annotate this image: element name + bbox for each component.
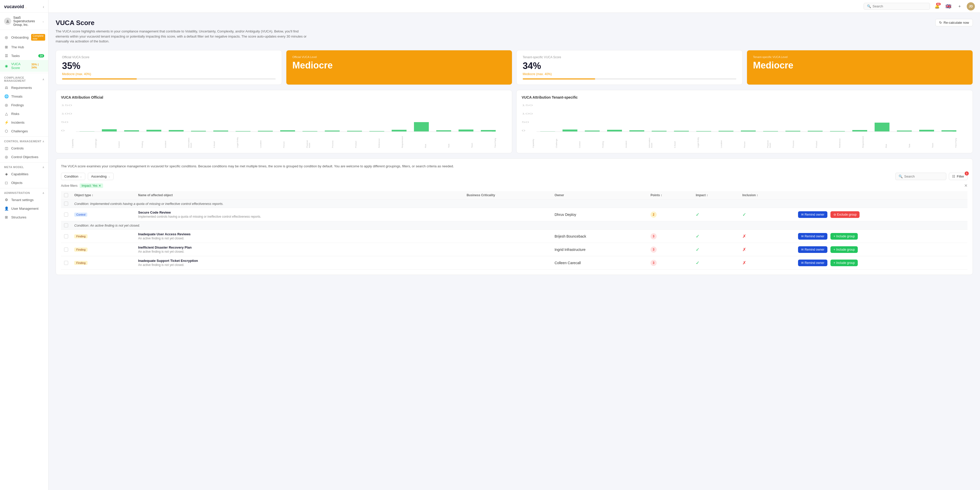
score-card-progress	[62, 78, 275, 80]
x-label: Process	[331, 135, 334, 148]
sidebar-item-findings[interactable]: ◎ Findings	[0, 101, 48, 109]
language-button[interactable]: 🇬🇧	[944, 2, 953, 11]
include-group-button[interactable]: + Include group	[830, 246, 858, 253]
sort-select[interactable]: Ascending ⌄	[88, 173, 114, 180]
include-group-button[interactable]: + Include group	[830, 260, 858, 266]
search-input[interactable]	[873, 4, 927, 8]
nav-section-control[interactable]: Control Management ∧	[0, 138, 48, 144]
recalc-icon: ↻	[939, 21, 942, 24]
risks-icon: △	[4, 112, 9, 116]
sidebar-org[interactable]: SaaS Superstructures Group, Inc. ⌄	[0, 13, 48, 30]
nav-section-meta[interactable]: Meta Model ∧	[0, 163, 48, 170]
row-criticality	[463, 256, 551, 270]
table-search-box[interactable]: 🔍	[895, 173, 946, 180]
table-row: Control Secure Code Review Implemented c…	[61, 208, 967, 221]
x-label: Person	[743, 135, 746, 148]
user-avatar[interactable]: JD	[967, 2, 975, 11]
sidebar-item-controls[interactable]: ◫ Controls	[0, 144, 48, 153]
sidebar-item-tenant-settings[interactable]: ⚙ Tenant settings	[0, 195, 48, 204]
nav-section-admin[interactable]: Administration ∧	[0, 189, 48, 195]
sidebar-item-hub[interactable]: ⊞ The Hub	[0, 43, 48, 51]
data-table: Object type ↕ Name of affected object Bu…	[61, 191, 967, 270]
sidebar-item-label: Incidents	[11, 121, 24, 124]
sidebar-item-requirements[interactable]: ⚖ Requirements	[0, 83, 48, 92]
row-checkbox[interactable]	[64, 261, 68, 265]
filters-close-button[interactable]: ✕	[964, 183, 967, 188]
table-search-input[interactable]	[904, 174, 943, 178]
add-button[interactable]: +	[956, 2, 964, 11]
points-sort[interactable]: Points ↕	[651, 193, 662, 197]
row-checkbox-cell	[61, 243, 71, 256]
search-box[interactable]: 🔍	[864, 3, 930, 10]
sidebar-item-vuca[interactable]: ◉ VUCA Score 35% | 34%	[0, 60, 48, 72]
nav-divider-2	[0, 136, 48, 137]
object-type-sort[interactable]: Object type ↕	[74, 193, 93, 197]
group-by-select[interactable]: Condition ⌄	[61, 173, 85, 180]
condition-checkbox[interactable]	[64, 223, 68, 227]
org-name: SaaS Superstructures Group, Inc.	[13, 16, 40, 27]
sidebar-item-threats[interactable]: 🌐 Threats	[0, 92, 48, 101]
row-object-type: Finding	[71, 243, 135, 256]
row-actions: ✉ Remind owner + Include group	[795, 256, 967, 270]
sidebar-item-onboarding[interactable]: ◎ Onboarding Complete now	[0, 32, 48, 43]
svg-rect-22	[458, 129, 473, 132]
svg-rect-14	[280, 130, 295, 132]
sidebar-item-incidents[interactable]: ⚡ Incidents	[0, 118, 48, 127]
x-label: Challenge	[555, 135, 558, 148]
sidebar-collapse-button[interactable]: ‹	[43, 5, 44, 9]
x-label: Incident	[625, 135, 627, 148]
col-checkbox	[61, 191, 71, 200]
svg-text:150: 150	[522, 104, 533, 106]
remind-owner-button[interactable]: ✉ Remind owner	[798, 246, 827, 253]
include-group-button[interactable]: + Include group	[830, 233, 858, 239]
nav-section-compliance[interactable]: Compliance Management ∧	[0, 74, 48, 83]
sidebar-item-control-objectives[interactable]: ◎ Control Objectives	[0, 153, 48, 161]
x-label: Physical Asset	[767, 135, 771, 148]
nav-divider-4	[0, 188, 48, 188]
row-object-name: Inadequate Support Ticket Encryption	[138, 259, 460, 263]
chart-title: VUCA Attribution Tenant-specific	[522, 95, 967, 99]
vuca-table: Object type ↕ Name of affected object Bu…	[61, 191, 967, 270]
sidebar-item-user-management[interactable]: 👤 User Management	[0, 204, 48, 213]
remind-owner-button[interactable]: ✉ Remind owner	[798, 211, 827, 218]
filter-button[interactable]: ☷ Filter 1	[949, 173, 967, 180]
select-all-checkbox[interactable]	[64, 193, 68, 197]
sidebar-item-capabilities[interactable]: ◈ Capabilities	[0, 170, 48, 178]
inclusion-sort[interactable]: Inclusion ↕	[742, 193, 758, 197]
recalculate-button[interactable]: ↻ Re-calculate now	[935, 19, 973, 26]
row-checkbox[interactable]	[64, 212, 68, 217]
svg-rect-19	[392, 130, 407, 132]
filter-chip-close[interactable]: ✕	[99, 184, 101, 188]
filter-icon: ☷	[952, 174, 955, 178]
sidebar-item-challenges[interactable]: ⬡ Challenges	[0, 127, 48, 136]
exclude-group-button[interactable]: ⊖ Exclude group	[830, 211, 860, 218]
score-card-sub: Mediocre (max. 40%)	[523, 72, 736, 76]
objects-icon: ◻	[4, 180, 9, 185]
sidebar-item-risks[interactable]: △ Risks	[0, 109, 48, 118]
condition-checkbox[interactable]	[64, 201, 68, 206]
impact-sort[interactable]: Impact ↕	[696, 193, 708, 197]
remind-owner-button[interactable]: ✉ Remind owner	[798, 233, 827, 239]
impact-check-icon: ✓	[696, 212, 700, 217]
page-title: VUCA Score	[56, 19, 311, 27]
user-management-icon: 👤	[4, 206, 9, 211]
score-card-label: Tenant-specific VUCA Score	[523, 56, 736, 59]
x-label: Risk	[425, 135, 427, 148]
sidebar-item-structures[interactable]: ⊞ Structures	[0, 213, 48, 222]
section-chevron-icon: ∧	[42, 78, 45, 81]
row-object-name: Inefficient Disaster Recovery Plan	[138, 246, 460, 249]
row-name-cell: Inadequate User Access Reviews An active…	[135, 230, 463, 243]
sidebar-item-label: Threats	[11, 94, 22, 98]
sidebar-item-tasks[interactable]: ☰ Tasks 14	[0, 51, 48, 60]
group-by-label: Condition	[64, 174, 78, 178]
row-checkbox[interactable]	[64, 247, 68, 252]
remind-owner-button[interactable]: ✉ Remind owner	[798, 260, 827, 266]
row-object-name: Secure Code Review	[138, 211, 460, 214]
svg-rect-16	[325, 131, 340, 132]
x-label: Reference	[838, 135, 841, 148]
filter-controls: Condition ⌄ Ascending ⌄ 🔍 ☷ Filter 1	[61, 173, 967, 180]
sidebar-item-objects[interactable]: ◻ Objects	[0, 178, 48, 187]
row-checkbox[interactable]	[64, 234, 68, 238]
row-actions: ✉ Remind owner + Include group	[795, 243, 967, 256]
notifications-button[interactable]: 🔔 60	[933, 2, 941, 11]
